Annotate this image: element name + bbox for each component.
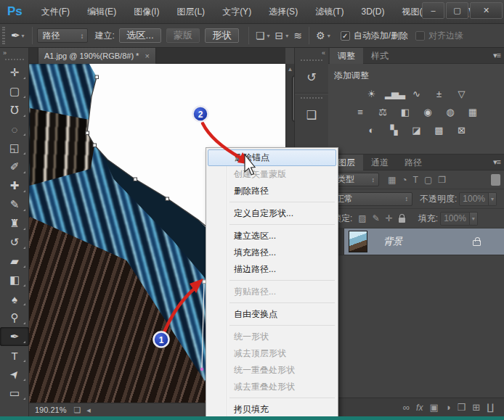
levels-icon[interactable]: ▂▅▃	[385, 87, 402, 102]
filter-toggle[interactable]	[491, 174, 500, 186]
toolbar-collapse-icon[interactable]: »	[0, 48, 28, 57]
black-white-icon[interactable]: ◧	[397, 105, 414, 120]
menu-item-delete-anchor[interactable]: 删除锚点	[208, 149, 336, 166]
quick-selection-tool[interactable]: ◌	[0, 120, 29, 139]
selective-color-icon[interactable]: ⊠	[452, 123, 470, 138]
marquee-tool[interactable]: ▢	[0, 82, 29, 101]
tab-adjustments[interactable]: 调整	[330, 48, 363, 64]
maximize-button[interactable]: ▢	[446, 2, 468, 19]
menu-type[interactable]: 文字(Y)	[214, 0, 260, 24]
threshold-icon[interactable]: ◪	[407, 123, 425, 138]
filter-type-icon[interactable]: T	[413, 175, 418, 185]
dodge-tool[interactable]: ⚲	[0, 308, 29, 327]
path-arrange-icon[interactable]: ≋	[293, 30, 302, 41]
pen-tool-preset-icon[interactable]: ✒	[11, 29, 20, 42]
menu-item-unite-overlap[interactable]: 统一重叠处形状	[208, 362, 336, 379]
scroll-up-icon[interactable]: ▲	[286, 64, 294, 73]
filter-shape-icon[interactable]: ▢	[424, 175, 432, 185]
exposure-icon[interactable]: ±	[430, 87, 447, 102]
photo-filter-icon[interactable]: ◉	[419, 105, 436, 120]
dock-grip[interactable]	[301, 97, 322, 99]
menu-item-delete-path[interactable]: 删除路径	[208, 183, 336, 199]
color-balance-icon[interactable]: ⚖	[374, 105, 391, 120]
menu-layer[interactable]: 图层(L)	[168, 0, 214, 24]
tab-styles[interactable]: 样式	[363, 48, 397, 64]
lock-all-icon[interactable]	[399, 218, 405, 223]
tab-close-icon[interactable]: ×	[145, 48, 149, 64]
menu-edit[interactable]: 编辑(E)	[78, 0, 125, 24]
path-operations-icon[interactable]: ❏	[256, 30, 265, 41]
status-arrow-icon[interactable]: ◂	[86, 405, 91, 415]
healing-brush-tool[interactable]: ✚	[0, 176, 29, 195]
pen-tool[interactable]: ✒	[0, 327, 29, 346]
menu-item-clipping-path[interactable]: 剪贴路径...	[208, 284, 336, 300]
tool-mode-select[interactable]: 路径 ↕	[37, 28, 88, 43]
menu-item-stroke-path[interactable]: 描边路径...	[208, 261, 336, 278]
layer-row-background[interactable]: 背景	[328, 228, 504, 255]
new-layer-icon[interactable]: ⊞	[472, 402, 480, 413]
opacity-arrow-icon[interactable]: ▾	[489, 192, 497, 206]
delete-layer-icon[interactable]: ∐	[487, 402, 494, 413]
tool-preset-arrow-icon[interactable]: ▾	[22, 33, 25, 39]
shape-tool[interactable]: ▭	[0, 384, 29, 403]
path-alignment-icon[interactable]: ⊟	[275, 30, 284, 41]
blend-mode-select[interactable]: 正常 ↕	[331, 192, 412, 206]
link-icon[interactable]: ∞	[403, 402, 410, 413]
minimize-button[interactable]: –	[422, 2, 444, 19]
eraser-tool[interactable]: ▰	[0, 252, 29, 271]
make-mask-button[interactable]: 蒙版	[166, 28, 200, 43]
lasso-tool[interactable]: ℧	[0, 101, 29, 120]
adjustment-layer-icon[interactable]: ◑	[445, 402, 451, 413]
brush-tool[interactable]: ✎	[0, 195, 29, 214]
menu-3d[interactable]: 3D(D)	[352, 0, 393, 24]
eyedropper-tool[interactable]: ✐	[0, 157, 29, 176]
fill-arrow-icon[interactable]: ▾	[470, 212, 478, 226]
selected-layer[interactable]: 背景	[344, 228, 504, 255]
lock-paint-icon[interactable]: ✎	[373, 213, 380, 223]
menu-select[interactable]: 选择(S)	[260, 0, 306, 24]
menu-item-create-vector-mask[interactable]: 创建矢量蒙版	[208, 166, 336, 183]
dock-collapse-icon[interactable]: «	[295, 48, 328, 57]
gradient-tool[interactable]: ◧	[0, 271, 29, 289]
gradient-map-icon[interactable]: ▩	[430, 123, 447, 138]
tab-paths[interactable]: 路径	[397, 155, 430, 170]
effects-icon[interactable]: fx	[416, 403, 423, 413]
brightness-contrast-icon[interactable]: ☀	[362, 87, 380, 102]
curves-icon[interactable]: ∿	[407, 87, 425, 102]
filter-smart-object-icon[interactable]: ❐	[438, 175, 446, 185]
channel-mixer-icon[interactable]: ◍	[442, 105, 459, 120]
gear-icon[interactable]: ⚙	[316, 30, 325, 41]
history-panel-icon[interactable]: ↺	[295, 64, 328, 90]
menu-item-define-custom-shape[interactable]: 定义自定形状...	[208, 205, 336, 222]
menu-item-copy-fill[interactable]: 拷贝填充	[208, 401, 336, 418]
menu-item-free-transform-points[interactable]: 自由变换点	[208, 306, 336, 323]
invert-icon[interactable]: ◐	[362, 123, 380, 138]
zoom-level[interactable]: 190.21%	[35, 405, 66, 414]
fill-value[interactable]: 100%	[440, 212, 470, 226]
make-selection-button[interactable]: 选区...	[119, 28, 161, 43]
menu-item-subtract-overlap[interactable]: 减去重叠处形状	[208, 379, 336, 395]
vibrance-icon[interactable]: ▽	[452, 87, 470, 102]
close-button[interactable]: ✕	[470, 2, 503, 19]
document-info-icon[interactable]: ❏	[73, 405, 81, 415]
tab-channels[interactable]: 通道	[363, 155, 397, 170]
layer-thumbnail[interactable]	[349, 231, 367, 252]
menu-item-fill-path[interactable]: 填充路径...	[208, 244, 336, 261]
document-tab[interactable]: A1.jpg @ 190%(RGB/8#) * ×	[38, 48, 156, 64]
history-brush-tool[interactable]: ↺	[0, 233, 29, 252]
layer-filter-select[interactable]: 类型 ↕	[333, 173, 379, 186]
crop-tool[interactable]: ◱	[0, 139, 29, 157]
menu-item-unite-shapes[interactable]: 统一形状	[208, 329, 336, 345]
filter-adjustment-icon[interactable]: ◔	[402, 175, 407, 185]
path-selection-tool[interactable]: ➤	[0, 365, 29, 384]
lock-transparency-icon[interactable]: ▨	[358, 213, 366, 223]
menu-image[interactable]: 图像(I)	[125, 0, 168, 24]
toolbar-grip[interactable]	[5, 59, 24, 60]
filter-pixel-icon[interactable]: ▦	[388, 175, 396, 185]
panel-menu-icon[interactable]: ▾≡	[493, 157, 500, 167]
move-tool[interactable]: ✛	[0, 63, 29, 82]
blur-tool[interactable]: ♠	[0, 289, 29, 308]
color-lookup-icon[interactable]: ▦	[464, 105, 481, 120]
properties-panel-icon[interactable]: ❑	[295, 102, 328, 128]
posterize-icon[interactable]: ▚	[385, 123, 402, 138]
